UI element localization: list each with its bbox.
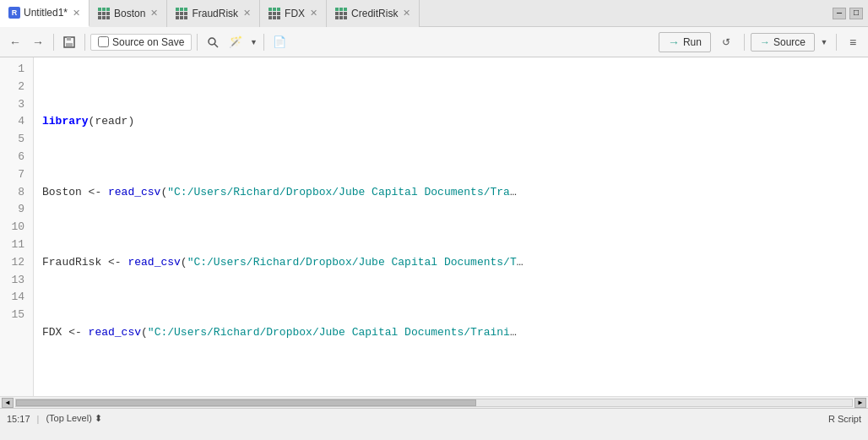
status-bar: 15:17 | (Top Level) ⬍ R Script: [0, 408, 868, 428]
tab-untitled1-close[interactable]: ✕: [73, 8, 80, 19]
line-num-12: 12: [8, 254, 24, 272]
run-label: Run: [683, 36, 702, 48]
line-num-10: 10: [8, 219, 24, 236]
back-button[interactable]: ←: [5, 32, 25, 52]
svg-rect-2: [66, 43, 73, 46]
line-numbers: 1 2 3 4 5 6 7 8 9 10 11 12 13 14 15: [0, 57, 34, 396]
r-file-icon: R: [8, 7, 20, 19]
tab-fraudrisk[interactable]: FraudRisk ✕: [167, 0, 260, 27]
line-num-11: 11: [8, 236, 24, 254]
code-line-4: FDX <- read_csv("C:/Users/Richard/Dropbo…: [42, 324, 860, 342]
line-num-14: 14: [8, 289, 24, 307]
svg-line-4: [214, 44, 218, 47]
line-num-4: 4: [8, 113, 24, 131]
menu-button[interactable]: ≡: [843, 32, 863, 52]
source-on-save-checkbox[interactable]: [98, 36, 109, 47]
tab-creditrisk-label: CreditRisk: [351, 8, 398, 19]
separator-1: [53, 34, 54, 51]
scroll-left-button[interactable]: ◀: [2, 398, 14, 408]
separator-4: [263, 34, 264, 51]
tab-boston[interactable]: Boston ✕: [90, 0, 167, 27]
table-icon-fraudrisk: [176, 8, 187, 19]
save-icon: [62, 35, 76, 49]
tab-fraudrisk-label: FraudRisk: [192, 8, 238, 19]
toolbar-right: → Run ↺ → Source ▼ ≡: [659, 32, 863, 52]
forward-button[interactable]: →: [28, 32, 48, 52]
code-line-3: FraudRisk <- read_csv("C:/Users/Richard/…: [42, 254, 860, 272]
magic-wand-button[interactable]: 🪄: [225, 32, 246, 52]
cursor-position: 15:17: [7, 414, 30, 424]
line-num-8: 8: [8, 184, 24, 202]
separator-6: [836, 34, 837, 51]
line-num-1: 1: [8, 61, 24, 79]
search-icon: [206, 35, 220, 49]
tab-untitled1-label: Untitled1*: [24, 7, 68, 19]
rerun-button[interactable]: ↺: [714, 32, 738, 52]
source-on-save-label[interactable]: Source on Save: [90, 34, 192, 51]
run-arrow-icon: →: [668, 35, 680, 49]
toolbar: ← → Source on Save 🪄 ▼ 📄 → Run ↺ → Sourc…: [0, 27, 868, 57]
source-on-save-text: Source on Save: [112, 36, 184, 48]
svg-point-3: [209, 38, 215, 45]
window-controls: — □: [833, 8, 868, 19]
code-area[interactable]: 1 2 3 4 5 6 7 8 9 10 11 12 13 14 15 libr…: [0, 57, 868, 396]
file-type-label: R Script: [828, 414, 861, 424]
source-button[interactable]: → Source: [751, 33, 815, 52]
minimize-icon[interactable]: —: [833, 8, 846, 19]
separator-5: [744, 34, 745, 51]
line-num-5: 5: [8, 131, 24, 149]
scroll-thumb[interactable]: [16, 399, 476, 406]
code-line-2: Boston <- read_csv("C:/Users/Richard/Dro…: [42, 184, 860, 202]
code-line-1: library(readr): [42, 113, 860, 131]
tab-creditrisk-close[interactable]: ✕: [403, 8, 410, 19]
table-icon-creditrisk: [335, 8, 347, 19]
top-level-chevron-icon: ⬍: [95, 413, 102, 423]
source-dropdown[interactable]: ▼: [818, 32, 830, 52]
line-num-3: 3: [8, 96, 24, 114]
tab-fdx[interactable]: FDX ✕: [260, 0, 327, 27]
code-content[interactable]: library(readr) Boston <- read_csv("C:/Us…: [34, 57, 868, 396]
line-num-9: 9: [8, 201, 24, 219]
code-line-5: CreditRisk <- read_csv("C:/Users/Richard…: [42, 394, 860, 396]
line-num-15: 15: [8, 307, 24, 324]
code-editor: 1 2 3 4 5 6 7 8 9 10 11 12 13 14 15 libr…: [0, 57, 868, 396]
wand-dropdown[interactable]: ▼: [248, 32, 258, 52]
tab-boston-close[interactable]: ✕: [150, 8, 158, 19]
status-right: R Script: [828, 414, 861, 424]
status-left: 15:17 | (Top Level) ⬍: [7, 413, 102, 424]
line-num-6: 6: [8, 149, 24, 166]
line-num-7: 7: [8, 166, 24, 184]
line-num-2: 2: [8, 79, 24, 96]
search-button[interactable]: [203, 32, 223, 52]
source-label: Source: [773, 36, 806, 48]
table-icon-fdx: [269, 8, 280, 19]
title-bar: R Untitled1* ✕ Boston ✕ FraudRisk ✕ FDX …: [0, 0, 868, 27]
compile-button[interactable]: 📄: [269, 32, 290, 52]
run-button[interactable]: → Run: [659, 32, 711, 52]
tab-boston-label: Boston: [114, 8, 145, 19]
tab-fdx-label: FDX: [285, 8, 305, 19]
table-icon-boston: [98, 8, 110, 19]
scroll-track[interactable]: [15, 399, 853, 407]
maximize-icon[interactable]: □: [849, 8, 863, 19]
line-num-13: 13: [8, 272, 24, 290]
svg-rect-1: [67, 37, 71, 41]
status-divider: |: [37, 414, 40, 424]
tab-creditrisk[interactable]: CreditRisk ✕: [327, 0, 420, 27]
horizontal-scrollbar[interactable]: ◀ ▶: [0, 396, 868, 408]
top-level-label: (Top Level): [46, 413, 91, 423]
top-level-selector[interactable]: (Top Level) ⬍: [46, 413, 101, 424]
separator-2: [84, 34, 85, 51]
save-button[interactable]: [59, 32, 79, 52]
tab-untitled1[interactable]: R Untitled1* ✕: [0, 0, 90, 27]
tab-fraudrisk-close[interactable]: ✕: [243, 8, 251, 19]
scroll-right-button[interactable]: ▶: [854, 398, 866, 408]
source-arrow-icon: →: [760, 36, 770, 48]
tab-fdx-close[interactable]: ✕: [310, 8, 317, 19]
separator-3: [197, 34, 198, 51]
